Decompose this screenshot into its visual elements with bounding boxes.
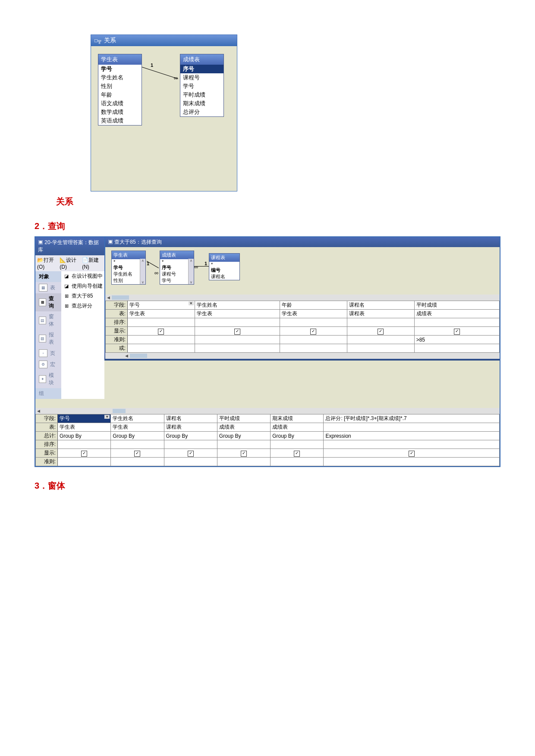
object-nav: 对象 ▦表 ⊞查询 ▤窗体 ▨报表 ▫页 ⚙宏 ✦模块 组 xyxy=(35,271,61,399)
field-item[interactable]: 序号 xyxy=(180,65,223,73)
table-title: 学生表 xyxy=(98,54,142,65)
cardinality-one: 1 xyxy=(151,63,153,68)
show-checkbox[interactable]: ✓ xyxy=(234,329,240,335)
show-checkbox[interactable]: ✓ xyxy=(454,329,460,335)
relationships-body: 学生表 学号 学生姓名 性别 年龄 语文成绩 数学成绩 英语成绩 成绩表 序号 … xyxy=(91,46,237,191)
row-sort: 排序: xyxy=(106,318,500,327)
show-checkbox[interactable]: ✓ xyxy=(294,451,300,457)
form-icon: ▤ xyxy=(39,317,46,324)
field-item[interactable]: 期末成绩 xyxy=(180,99,223,108)
field-item[interactable]: 年龄 xyxy=(98,91,142,99)
relationship-line[interactable] xyxy=(194,266,209,267)
table-fields: 学号 学生姓名 性别 年龄 语文成绩 数学成绩 英语成绩 xyxy=(98,65,142,125)
cardinality-many: ∞ xyxy=(194,264,198,270)
row-or: 或: xyxy=(106,344,500,353)
db-title: ▣ 20-学生管理答案：数据库 xyxy=(35,237,104,255)
scroll-left-icon[interactable]: ◀ xyxy=(107,295,110,300)
show-checkbox[interactable]: ✓ xyxy=(310,329,316,335)
field-item[interactable]: 平时成绩 xyxy=(180,91,223,99)
mini-table-course[interactable]: 课程表 * 编号 课程名 xyxy=(209,253,240,280)
mini-table-student[interactable]: 学生表 * 学号 学生姓名 性别 年龄 ∧∨ xyxy=(111,251,146,285)
query-item-icon: ⊞ xyxy=(63,303,70,309)
row-criteria: 准则: xyxy=(36,458,500,466)
field-item[interactable]: 学生姓名 xyxy=(98,73,142,82)
table-box-student[interactable]: 学生表 学号 学生姓名 性别 年龄 语文成绩 数学成绩 英语成绩 xyxy=(98,54,142,125)
macro-icon: ⚙ xyxy=(39,361,47,368)
relationships-titlebar: □╦ 关系 xyxy=(91,35,237,46)
mini-table-grade[interactable]: 成绩表 * 序号 课程号 学号 平时成绩 ∧∨ xyxy=(160,251,194,285)
groups-header: 组 xyxy=(35,388,61,399)
h-scrollbar[interactable]: ◀ xyxy=(105,295,500,301)
nav-queries[interactable]: ⊞查询 xyxy=(35,293,61,311)
field-item[interactable]: 数学成绩 xyxy=(98,108,142,116)
row-table: 表: 学生表 学生表 课程表 成绩表 成绩表 xyxy=(36,423,500,432)
row-sort: 排序: xyxy=(36,440,500,449)
field-item[interactable]: 学号 xyxy=(98,65,142,73)
scroll-left-icon[interactable]: ◀ xyxy=(125,354,128,358)
query2-window: ▣ 查总评分：选择查询 ◀ 字段: 学号 学生姓名 课程名 平时成绩 期末成绩 … xyxy=(35,349,500,467)
list-item[interactable]: ⊞查总评分 xyxy=(61,301,104,311)
qbe-grid-2[interactable]: 字段: 学号 学生姓名 课程名 平时成绩 期末成绩 总评分: [平时成绩]*.3… xyxy=(35,414,500,466)
design-button[interactable]: 📐设计 (D) xyxy=(60,257,80,270)
show-checkbox[interactable]: ✓ xyxy=(378,329,384,335)
show-checkbox[interactable]: ✓ xyxy=(81,451,87,457)
row-table: 表: 学生表 学生表 学生表 课程表 成绩表 xyxy=(106,310,500,318)
show-checkbox[interactable]: ✓ xyxy=(409,451,415,457)
show-checkbox[interactable]: ✓ xyxy=(158,329,164,335)
row-total: 总计: Group By Group By Group By Group By … xyxy=(36,432,500,440)
objects-header: 对象 xyxy=(35,271,61,282)
sidebar-toolbar: 📂打开 (O) 📐设计 (D) 📄新建 (N) xyxy=(35,255,104,271)
query1-designer: ▣ 查大于85：选择查询 学生表 * 学号 学生姓名 性别 年龄 ∧∨ xyxy=(105,237,500,349)
row-criteria: 准则: >85 xyxy=(106,336,500,344)
relationship-line[interactable] xyxy=(142,67,178,79)
field-item[interactable]: 语文成绩 xyxy=(98,99,142,108)
field-item[interactable]: 总评分 xyxy=(180,108,223,116)
new-button[interactable]: 📄新建 (N) xyxy=(82,257,103,270)
scroll-left-icon[interactable]: ◀ xyxy=(37,409,40,413)
cardinality-many: ∞ xyxy=(174,75,178,81)
h-scrollbar[interactable]: ◀ xyxy=(35,408,500,414)
query1-diagram: 学生表 * 学号 学生姓名 性别 年龄 ∧∨ 成绩表 * xyxy=(105,247,500,295)
page-icon: ▫ xyxy=(39,349,47,357)
show-checkbox[interactable]: ✓ xyxy=(134,451,140,457)
cardinality-one: 1 xyxy=(205,261,207,266)
query1-titlebar: ▣ 查大于85：选择查询 xyxy=(105,237,500,247)
field-item[interactable]: 学号 xyxy=(180,82,223,91)
row-show: 显示: ✓ ✓ ✓ ✓ ✓ xyxy=(106,327,500,336)
table-fields: 序号 课程号 学号 平时成绩 期末成绩 总评分 xyxy=(180,65,223,116)
field-item[interactable]: 英语成绩 xyxy=(98,116,142,125)
row-field: 字段: 学号 学生姓名 年龄 课程名 平时成绩 xyxy=(106,301,500,310)
nav-macros[interactable]: ⚙宏 xyxy=(35,359,61,370)
field-item[interactable]: 性别 xyxy=(98,82,142,91)
nav-tables[interactable]: ▦表 xyxy=(35,282,61,293)
table-box-grade[interactable]: 成绩表 序号 课程号 学号 平时成绩 期末成绩 总评分 xyxy=(180,54,224,117)
section-3-title: 3．窗体 xyxy=(35,480,500,492)
module-icon: ✦ xyxy=(39,375,46,383)
scrollbar[interactable]: ∧∨ xyxy=(188,259,194,284)
qbe-grid-1[interactable]: 字段: 学号 学生姓名 年龄 课程名 平时成绩 表: 学生表 学生表 学生表 课… xyxy=(105,301,500,353)
show-checkbox[interactable]: ✓ xyxy=(241,451,247,457)
row-show: 显示: ✓ ✓ ✓ ✓ ✓ ✓ xyxy=(36,449,500,458)
query-icon: ⊞ xyxy=(39,298,46,306)
report-icon: ▨ xyxy=(39,335,46,342)
query-item-icon: ⊞ xyxy=(63,293,70,299)
list-item[interactable]: ⊞查大于85 xyxy=(61,291,104,301)
field-item[interactable]: 课程号 xyxy=(180,73,223,82)
nav-forms[interactable]: ▤窗体 xyxy=(35,311,61,329)
nav-modules[interactable]: ✦模块 xyxy=(35,370,61,388)
table-title: 成绩表 xyxy=(180,54,223,65)
cardinality-many: ∞ xyxy=(154,270,158,276)
nav-reports[interactable]: ▨报表 xyxy=(35,329,61,348)
object-list: ◪在设计视图中 ◪使用向导创建 ⊞查大于85 ⊞查总评分 xyxy=(61,271,104,399)
scrollbar[interactable]: ∧∨ xyxy=(140,259,145,284)
relationships-caption: 关系 xyxy=(56,196,500,207)
wizard-icon: ◪ xyxy=(63,283,70,289)
open-button[interactable]: 📂打开 (O) xyxy=(37,257,58,270)
nav-pages[interactable]: ▫页 xyxy=(35,348,61,359)
h-scrollbar[interactable]: ◀ xyxy=(105,353,500,359)
list-item[interactable]: ◪在设计视图中 xyxy=(61,271,104,281)
list-item[interactable]: ◪使用向导创建 xyxy=(61,281,104,291)
db-icon: ▣ xyxy=(38,239,43,245)
show-checkbox[interactable]: ✓ xyxy=(188,451,194,457)
relationships-title: 关系 xyxy=(104,37,116,44)
